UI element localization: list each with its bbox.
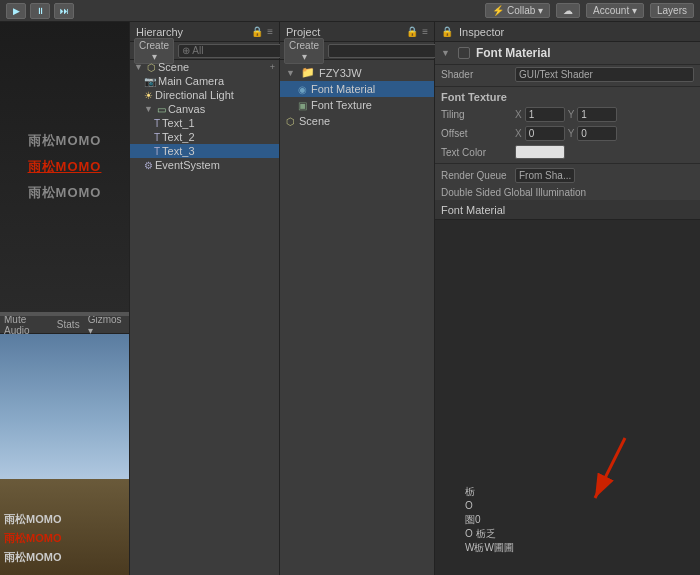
- hierarchy-item-label: Scene: [158, 61, 189, 73]
- double-sided-row: Double Sided Global Illumination: [435, 185, 700, 200]
- lock-icon[interactable]: 🔒: [406, 26, 418, 37]
- layers-button[interactable]: Layers: [650, 3, 694, 18]
- lock-icon[interactable]: 🔒: [251, 26, 263, 37]
- hierarchy-title: Hierarchy: [136, 26, 183, 38]
- scene-view: 雨松MOMO 雨松MOMO 雨松MOMO: [0, 22, 129, 312]
- hierarchy-item-text3[interactable]: T Text_3: [130, 144, 279, 158]
- project-item-font-material[interactable]: ◉ Font Material: [280, 81, 434, 97]
- tiling-row: Tiling X 1 Y 1: [435, 105, 700, 124]
- hierarchy-item-label: Text_1: [162, 117, 194, 129]
- left-panel: 雨松MOMO 雨松MOMO 雨松MOMO Mute Audio Stats Gi…: [0, 22, 130, 575]
- game-text-1: 雨松MOMO: [4, 512, 61, 527]
- canvas-icon: ▭: [157, 104, 166, 115]
- menu-icon[interactable]: ≡: [267, 26, 273, 37]
- text-color-label: Text Color: [441, 147, 511, 158]
- cloud-button[interactable]: ☁: [556, 3, 580, 18]
- tiling-y-field[interactable]: 1: [577, 107, 617, 122]
- game-view-content: 雨松MOMO 雨松MOMO 雨松MOMO: [0, 334, 129, 575]
- add-icon[interactable]: +: [270, 62, 275, 72]
- game-text-bold-red: 雨松MOMO: [4, 531, 61, 546]
- render-queue-value[interactable]: From Sha...: [515, 168, 575, 183]
- text-icon: T: [154, 132, 160, 143]
- scene-icon: ⬡: [147, 62, 156, 73]
- divider-2: [435, 163, 700, 164]
- text-color-swatch[interactable]: [515, 145, 565, 159]
- svg-line-1: [595, 438, 625, 498]
- font-material-header: ▼ Font Material: [435, 42, 700, 65]
- preview-char-row-3: 圏0: [465, 513, 514, 527]
- offset-row: Offset X 0 Y 0: [435, 124, 700, 143]
- project-item-label: Scene: [299, 115, 330, 127]
- step-button[interactable]: ⏭: [54, 3, 74, 19]
- hierarchy-item-text1[interactable]: T Text_1: [130, 116, 279, 130]
- text-icon: T: [154, 118, 160, 129]
- gizmos-button[interactable]: Gizmos ▾: [88, 316, 125, 336]
- inspector-title: Inspector: [459, 26, 504, 38]
- project-header-icons: 🔒 ≡: [406, 26, 428, 37]
- folder-icon: 📁: [301, 66, 315, 79]
- account-button[interactable]: Account ▾: [586, 3, 644, 18]
- game-text-3: 雨松MOMO: [4, 550, 61, 565]
- tiling-x-label: X: [515, 109, 522, 120]
- tiling-label: Tiling: [441, 109, 511, 120]
- inspector-lock-icon[interactable]: 🔒: [441, 26, 453, 37]
- preview-chars: 栃 O 圏0 O 栃乏 W栃W圃圃: [465, 485, 514, 555]
- sky-background: [0, 334, 129, 479]
- game-texts: 雨松MOMO 雨松MOMO 雨松MOMO: [4, 512, 61, 565]
- hierarchy-item-main-camera[interactable]: 📷 Main Camera: [130, 74, 279, 88]
- tiling-xy-group: X 1 Y 1: [515, 107, 617, 122]
- hierarchy-item-label: Main Camera: [158, 75, 224, 87]
- project-item-font-texture[interactable]: ▣ Font Texture: [280, 97, 434, 113]
- render-queue-label: Render Queue: [441, 170, 511, 181]
- pause-button[interactable]: ⏸: [30, 3, 50, 19]
- hierarchy-item-canvas[interactable]: ▼ ▭ Canvas: [130, 102, 279, 116]
- scene-text-3: 雨松MOMO: [28, 184, 102, 202]
- scene-icon: ⬡: [286, 116, 295, 127]
- offset-y-field[interactable]: 0: [577, 126, 617, 141]
- mute-audio-button[interactable]: Mute Audio: [4, 316, 49, 336]
- hierarchy-item-text2[interactable]: T Text_2: [130, 130, 279, 144]
- tiling-x-field[interactable]: 1: [525, 107, 565, 122]
- preview-title: Font Material: [441, 204, 505, 216]
- project-panel: Project 🔒 ≡ Create ▾ ▼ 📁 FZY3JW ◉ Font M…: [280, 22, 435, 575]
- font-texture-section-label: Font Texture: [441, 91, 507, 103]
- top-bar-right: ⚡ Collab ▾ ☁ Account ▾ Layers: [485, 3, 694, 18]
- project-item-scene[interactable]: ⬡ Scene: [280, 113, 434, 129]
- hierarchy-item-scene[interactable]: ▼ ⬡ Scene +: [130, 60, 279, 74]
- shader-label: Shader: [441, 69, 511, 80]
- hierarchy-title-group: Hierarchy: [136, 26, 183, 38]
- font-texture-row: Font Texture: [435, 89, 700, 105]
- top-bar-left: ▶ ⏸ ⏭: [6, 3, 74, 19]
- hierarchy-item-eventsystem[interactable]: ⚙ EventSystem: [130, 158, 279, 172]
- offset-label: Offset: [441, 128, 511, 139]
- project-item-fzy3jw[interactable]: ▼ 📁 FZY3JW: [280, 64, 434, 81]
- red-arrow-indicator: [570, 433, 640, 515]
- shader-value[interactable]: GUI/Text Shader: [515, 67, 694, 82]
- inspector-header: 🔒 Inspector: [435, 22, 700, 42]
- hierarchy-item-directional-light[interactable]: ☀ Directional Light: [130, 88, 279, 102]
- stats-button[interactable]: Stats: [57, 319, 80, 330]
- collab-button[interactable]: ⚡ Collab ▾: [485, 3, 550, 18]
- hierarchy-item-label: Directional Light: [155, 89, 234, 101]
- preview-char-row-1: 栃: [465, 485, 514, 499]
- texture-icon: ▣: [298, 100, 307, 111]
- hierarchy-tree: ▼ ⬡ Scene + 📷 Main Camera ☀ Directional …: [130, 60, 279, 575]
- font-material-title-row: ▼ Font Material: [441, 46, 694, 60]
- expand-arrow: ▼: [286, 68, 295, 78]
- menu-icon[interactable]: ≡: [422, 26, 428, 37]
- project-title: Project: [286, 26, 320, 38]
- offset-x-field[interactable]: 0: [525, 126, 565, 141]
- offset-xy-group: X 0 Y 0: [515, 126, 617, 141]
- expand-arrow-font-material[interactable]: ▼: [441, 48, 450, 58]
- render-queue-row: Render Queue From Sha...: [435, 166, 700, 185]
- font-material-checkbox[interactable]: [458, 47, 470, 59]
- project-item-label: Font Material: [311, 83, 375, 95]
- double-sided-label: Double Sided Global Illumination: [441, 187, 586, 198]
- material-icon: ◉: [298, 84, 307, 95]
- play-button[interactable]: ▶: [6, 3, 26, 19]
- project-toolbar: Create ▾: [280, 42, 434, 60]
- hierarchy-item-label: EventSystem: [155, 159, 220, 171]
- main-layout: 雨松MOMO 雨松MOMO 雨松MOMO Mute Audio Stats Gi…: [0, 22, 700, 575]
- preview-canvas: 栃 O 圏0 O 栃乏 W栃W圃圃: [435, 220, 700, 575]
- hierarchy-toolbar: Create ▾: [130, 42, 279, 60]
